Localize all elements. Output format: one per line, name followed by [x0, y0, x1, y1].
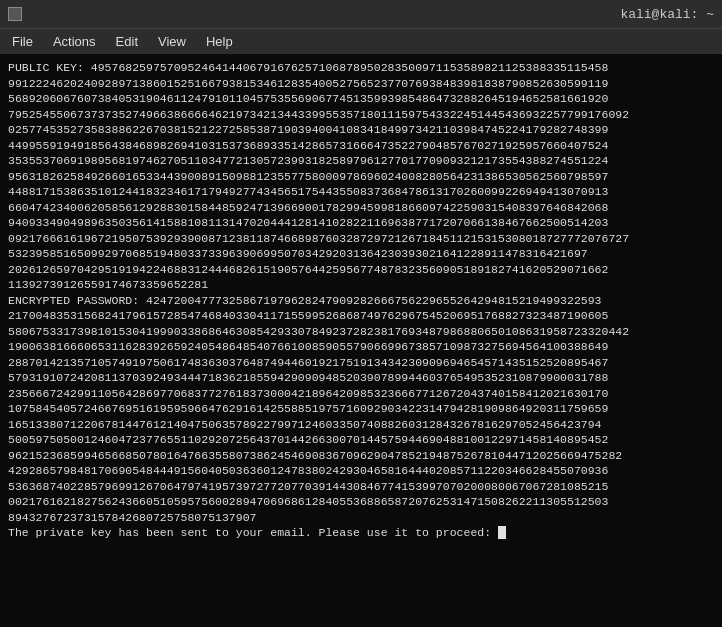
title-bar-title: kali@kali: ~	[620, 7, 714, 22]
terminal-line: The private key has been sent to your em…	[8, 525, 714, 541]
terminal-line: 894327672373157842680725758075137907	[8, 510, 714, 526]
terminal-line: 9912224620240928971386015251667938153461…	[8, 76, 714, 92]
terminal-window: kali@kali: ~ File Actions Edit View Help…	[0, 0, 722, 627]
terminal-line: 4488171538635101244183234617179492774345…	[8, 184, 714, 200]
terminal-line: 5323958516509929706851948033733963906995…	[8, 246, 714, 262]
terminal-line: 5806753317398101530419990338686463085429…	[8, 324, 714, 340]
terminal-line: 3535537069198956819746270511034772130572…	[8, 153, 714, 169]
terminal-line: 4292865798481706905484449156040503636012…	[8, 463, 714, 479]
terminal-line: PUBLIC KEY: 4957682597570952464144067916…	[8, 60, 714, 76]
terminal-line: 9621523685994656685078016476635580738624…	[8, 448, 714, 464]
terminal-line: 1075845405724667695161959596647629161425…	[8, 401, 714, 417]
terminal-line: 0257745352735838862267038152122725853871…	[8, 122, 714, 138]
menu-edit[interactable]: Edit	[108, 32, 146, 51]
title-bar-left	[8, 7, 22, 21]
terminal-line: 1900638166606531162839265924054864854076…	[8, 339, 714, 355]
terminal-line: 0021761621827562436605105957560028947069…	[8, 494, 714, 510]
terminal-line: 2026126597042951919422468831244468261519…	[8, 262, 714, 278]
terminal-line: 5793191072420811370392493444718362185594…	[8, 370, 714, 386]
menu-bar: File Actions Edit View Help	[0, 28, 722, 54]
terminal-line: 2170048353156824179615728547468403304117…	[8, 308, 714, 324]
menu-file[interactable]: File	[4, 32, 41, 51]
terminal-line: 2356667242991105642869770683772761837300…	[8, 386, 714, 402]
terminal-line: 1651338071220678144761214047506357892279…	[8, 417, 714, 433]
terminal-line: 2887014213571057491975061748363037648749…	[8, 355, 714, 371]
terminal-line: 9563182625849266016533443900891509881235…	[8, 169, 714, 185]
menu-view[interactable]: View	[150, 32, 194, 51]
title-bar: kali@kali: ~	[0, 0, 722, 28]
terminal-line: 0921766616196721950753929390087123811874…	[8, 231, 714, 247]
terminal-line: ENCRYPTED PASSWORD: 42472004777325867197…	[8, 293, 714, 309]
terminal-line: 9409334904989635035614158810811314702044…	[8, 215, 714, 231]
window-icon	[8, 7, 22, 21]
terminal-cursor	[498, 526, 506, 539]
terminal-line: 6604742340062058561292883015844859247139…	[8, 200, 714, 216]
terminal-line: 5005975050012460472377655110292072564370…	[8, 432, 714, 448]
terminal-line: 7952545506737373527496638666646219734213…	[8, 107, 714, 123]
terminal-body[interactable]: PUBLIC KEY: 4957682597570952464144067916…	[0, 54, 722, 627]
terminal-line: 5363687402285796991267064797419573972772…	[8, 479, 714, 495]
terminal-line: 5689206067607384053190461124791011045753…	[8, 91, 714, 107]
terminal-line: 4499559194918564384689826941031537368933…	[8, 138, 714, 154]
terminal-line: 11392739126559174673359652281	[8, 277, 714, 293]
menu-help[interactable]: Help	[198, 32, 241, 51]
menu-actions[interactable]: Actions	[45, 32, 104, 51]
